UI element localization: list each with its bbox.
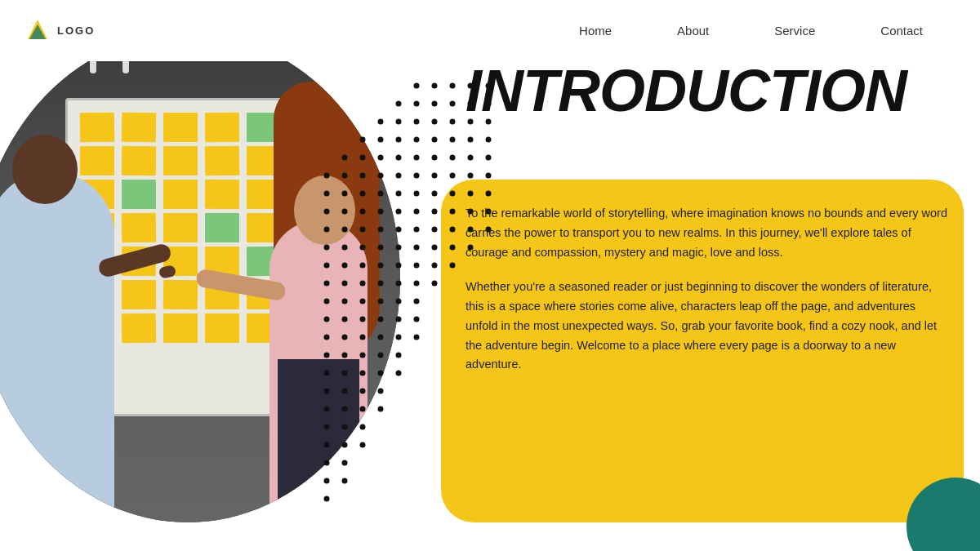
svg-point-82 [414,227,420,233]
svg-point-9 [432,101,438,107]
svg-point-27 [450,137,456,143]
svg-point-92 [414,245,420,251]
page-title: INTRODUCTION [466,61,964,120]
svg-point-36 [432,155,438,161]
logo-area[interactable]: LOGO [24,18,95,44]
svg-point-93 [432,245,438,251]
content-area: INTRODUCTION [466,61,964,136]
svg-point-51 [486,173,492,179]
svg-point-128 [414,335,420,340]
paragraph-2: Whether you're a seasoned reader or just… [466,278,947,375]
nav-home[interactable]: Home [579,24,612,38]
nav-service[interactable]: Service [774,24,815,38]
svg-point-29 [486,137,492,143]
svg-point-48 [432,173,438,179]
svg-point-101 [414,263,420,269]
nav-links: Home About Service Contact [579,24,923,38]
paragraph-1: To the remarkable world of storytelling,… [466,204,947,263]
svg-point-110 [432,281,438,287]
svg-point-18 [450,119,456,125]
svg-point-16 [414,119,420,125]
svg-point-116 [414,299,420,304]
svg-point-26 [432,137,438,143]
svg-point-109 [414,281,420,287]
svg-point-83 [432,227,438,233]
svg-point-4 [450,83,456,89]
svg-point-3 [432,83,438,89]
text-content: To the remarkable world of storytelling,… [466,204,947,389]
svg-point-72 [432,209,438,215]
svg-point-50 [468,173,474,179]
svg-point-60 [432,191,438,197]
hero-image [0,33,400,522]
svg-point-59 [414,191,420,197]
svg-point-28 [468,137,474,143]
svg-point-49 [450,173,456,179]
svg-point-47 [414,173,420,179]
svg-point-8 [414,101,420,107]
svg-point-122 [414,317,420,322]
svg-point-35 [414,155,420,161]
svg-point-102 [432,263,438,269]
nav-contact[interactable]: Contact [880,24,923,38]
svg-point-17 [432,119,438,125]
svg-point-71 [414,209,420,215]
svg-point-10 [450,101,456,107]
svg-point-37 [450,155,456,161]
svg-point-25 [414,137,420,143]
logo-icon [24,18,51,44]
svg-point-39 [486,155,492,161]
svg-point-2 [414,83,420,89]
logo-text: LOGO [57,24,95,37]
navbar: LOGO Home About Service Contact [0,0,980,61]
nav-about[interactable]: About [677,24,709,38]
svg-point-38 [468,155,474,161]
